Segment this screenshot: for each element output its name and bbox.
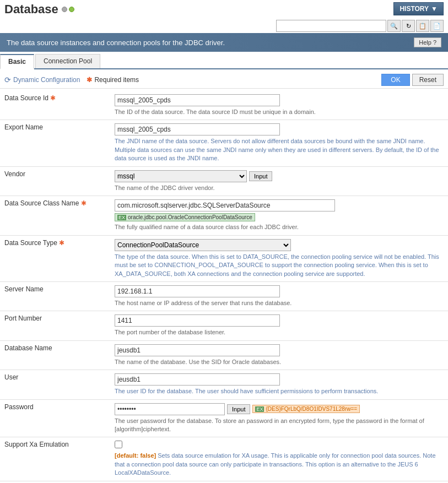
- export-name-row: Export Name The JNDI name of the data so…: [0, 120, 448, 166]
- password-input-button[interactable]: Input: [227, 404, 250, 414]
- ex-tag-password: EX {DES}FQrLbQ/D8O1IDVS71L28rw==: [252, 405, 360, 413]
- server-name-row: Server Name The host name or IP address …: [0, 282, 448, 311]
- help-button[interactable]: Help ?: [414, 37, 441, 47]
- ex-icon: EX: [117, 215, 126, 220]
- vendor-label: Vendor: [0, 166, 110, 196]
- ex-tag-class: EX oracle.jdbc.pool.OracleConnectionPool…: [115, 213, 255, 221]
- vendor-input-row: mssql Input: [115, 170, 444, 182]
- dot-gray: [62, 7, 67, 12]
- server-name-input[interactable]: [115, 285, 280, 297]
- ex-tag-container: EX oracle.jdbc.pool.OracleConnectionPool…: [115, 213, 444, 222]
- required-items-label: Required items: [94, 76, 139, 84]
- reset-button[interactable]: Reset: [412, 74, 444, 86]
- password-help: The user password for the database. To s…: [115, 417, 444, 434]
- vendor-input-button[interactable]: Input: [249, 171, 272, 181]
- support-xa-emulation-value-cell: [default: false] Sets data source emulat…: [110, 437, 448, 481]
- database-name-value-cell: The name of the database. Use the SID fo…: [110, 340, 448, 370]
- title-dots: [62, 7, 74, 12]
- server-name-help: The host name or IP address of the serve…: [115, 299, 444, 307]
- required-star3: ✱: [59, 239, 64, 247]
- data-source-type-help: The type of the data source. When this i…: [115, 253, 444, 278]
- database-name-label: Database Name: [0, 340, 110, 370]
- required-items: ✱ Required items: [87, 76, 139, 84]
- help-label: Help: [419, 39, 431, 46]
- export-name-input[interactable]: [115, 123, 280, 135]
- sync-icon: ⟳: [4, 75, 11, 84]
- password-row: Password Input EX {DES}FQrLbQ/D8O1IDVS71…: [0, 399, 448, 437]
- search-button[interactable]: 🔍: [387, 20, 401, 32]
- required-star2: ✱: [81, 199, 87, 207]
- search-bar: 🔍 ↻ 📋 📄: [0, 19, 448, 33]
- data-source-class-name-value-cell: EX oracle.jdbc.pool.OracleConnectionPool…: [110, 196, 448, 235]
- data-source-type-row: Data Source Type ✱ ConnectionPoolDataSou…: [0, 235, 448, 281]
- data-source-id-label: Data Source Id ✱: [0, 91, 110, 120]
- title-text: Database: [4, 2, 58, 17]
- refresh-button[interactable]: ↻: [402, 20, 415, 32]
- data-source-id-help: The ID of the data source. The data sour…: [115, 108, 444, 116]
- data-source-type-value-cell: ConnectionPoolDataSource DATA_SOURCE XA_…: [110, 235, 448, 281]
- server-name-label: Server Name: [0, 282, 110, 311]
- history-label: HISTORY: [400, 5, 429, 13]
- data-source-id-input[interactable]: [115, 94, 280, 106]
- help-icon: ?: [433, 39, 436, 46]
- data-source-type-select[interactable]: ConnectionPoolDataSource DATA_SOURCE XA_…: [115, 239, 291, 251]
- ok-button[interactable]: OK: [381, 74, 409, 86]
- database-name-help: The name of the database. Use the SID fo…: [115, 358, 444, 366]
- required-asterisk-icon: ✱: [87, 76, 92, 84]
- toolbar-left: ⟳ Dynamic Configuration ✱ Required items: [4, 75, 139, 84]
- data-source-class-name-row: Data Source Class Name ✱ EX oracle.jdbc.…: [0, 196, 448, 235]
- dynamic-config[interactable]: ⟳ Dynamic Configuration: [4, 75, 80, 84]
- support-xa-emulation-row: Support Xa Emulation [default: false] Se…: [0, 437, 448, 481]
- port-number-value-cell: The port number of the database listener…: [110, 311, 448, 340]
- user-row: User The user ID for the database. The u…: [0, 370, 448, 399]
- password-value-cell: Input EX {DES}FQrLbQ/D8O1IDVS71L28rw== T…: [110, 399, 448, 437]
- toolbar: ⟳ Dynamic Configuration ✱ Required items…: [0, 72, 448, 89]
- default-label: [default: false]: [115, 452, 156, 459]
- support-xa-emulation-label: Support Xa Emulation: [0, 437, 110, 481]
- header: Database HISTORY ▼: [0, 0, 448, 19]
- export-name-help: The JNDI name of the data source. Server…: [115, 137, 444, 162]
- banner-text: The data source instances and connection…: [7, 39, 225, 47]
- support-xa-emulation-help: [default: false] Sets data source emulat…: [115, 452, 444, 477]
- password-input[interactable]: [115, 403, 225, 415]
- server-name-value-cell: The host name or IP address of the serve…: [110, 282, 448, 311]
- datasource-type-row: ConnectionPoolDataSource DATA_SOURCE XA_…: [115, 239, 444, 251]
- port-number-input[interactable]: [115, 314, 280, 327]
- data-source-type-label: Data Source Type ✱: [0, 235, 110, 281]
- port-number-help: The port number of the database listener…: [115, 328, 444, 337]
- history-button[interactable]: HISTORY ▼: [393, 2, 444, 15]
- dot-green: [69, 7, 74, 12]
- xa-help-text: Sets data source emulation for XA usage.…: [115, 452, 436, 476]
- port-number-row: Port Number The port number of the datab…: [0, 311, 448, 340]
- user-value-cell: The user ID for the database. The user s…: [110, 370, 448, 399]
- database-name-input[interactable]: [115, 344, 280, 356]
- toolbar-right: OK Reset: [381, 74, 444, 86]
- vendor-select[interactable]: mssql: [115, 170, 247, 182]
- user-input[interactable]: [115, 373, 280, 386]
- ex-value-class: oracle.jdbc.pool.OracleConnectionPoolDat…: [128, 214, 252, 220]
- export2-button[interactable]: 📄: [430, 20, 444, 32]
- data-source-class-name-input[interactable]: [115, 199, 335, 211]
- vendor-row: Vendor mssql Input The name of the JDBC …: [0, 166, 448, 196]
- tabs-container: Basic Connection Pool: [0, 54, 448, 69]
- export-button[interactable]: 📋: [416, 20, 429, 32]
- user-help: The user ID for the database. The user s…: [115, 387, 444, 395]
- ex-value-password: {DES}FQrLbQ/D8O1IDVS71L28rw==: [266, 406, 357, 412]
- vendor-help: The name of the JDBC driver vendor.: [115, 184, 444, 192]
- support-xa-emulation-checkbox[interactable]: [115, 441, 122, 448]
- data-source-class-name-help: The fully qualified name of a data sourc…: [115, 223, 444, 231]
- password-label: Password: [0, 399, 110, 437]
- database-name-row: Database Name The name of the database. …: [0, 340, 448, 370]
- form-table: Data Source Id ✱ The ID of the data sour…: [0, 91, 448, 481]
- tab-basic[interactable]: Basic: [0, 54, 34, 69]
- required-star: ✱: [50, 94, 56, 102]
- export-name-value-cell: The JNDI name of the data source. Server…: [110, 120, 448, 166]
- ex-icon-password: EX: [255, 406, 264, 412]
- data-source-id-value-cell: The ID of the data source. The data sour…: [110, 91, 448, 120]
- vendor-value-cell: mssql Input The name of the JDBC driver …: [110, 166, 448, 196]
- search-input[interactable]: [276, 20, 386, 32]
- export-name-label: Export Name: [0, 120, 110, 166]
- user-label: User: [0, 370, 110, 399]
- tab-connection-pool[interactable]: Connection Pool: [35, 54, 100, 68]
- data-source-class-name-label: Data Source Class Name ✱: [0, 196, 110, 235]
